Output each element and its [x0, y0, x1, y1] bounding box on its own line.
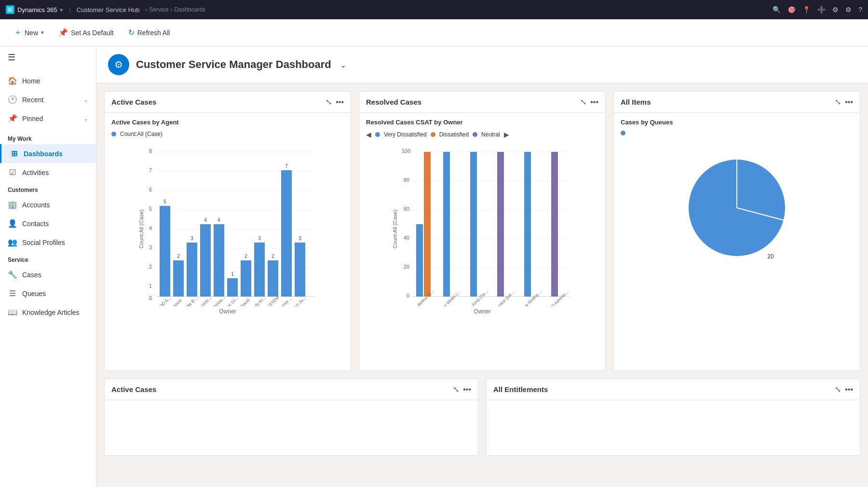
main-content: ⚙ Customer Service Manager Dashboard ⌄ A…	[96, 46, 868, 487]
sidebar-item-knowledge[interactable]: 📖 Knowledge Articles	[0, 303, 96, 322]
new-button[interactable]: ＋ New ▾	[8, 24, 50, 41]
svg-text:Jamie ...: Jamie ...	[278, 296, 293, 306]
svg-text:7: 7	[149, 167, 152, 173]
set-default-button[interactable]: 📌 Set As Default	[52, 25, 120, 41]
pin-nav-icon: 📌	[8, 114, 17, 123]
bottom-active-more-icon[interactable]: •••	[463, 385, 471, 394]
svg-text:100: 100	[402, 148, 410, 154]
resolved-cases-header: Resolved Cases ⤡ •••	[359, 92, 605, 113]
search-icon[interactable]: 🔍	[773, 6, 781, 14]
refresh-icon: ↻	[128, 28, 135, 37]
csat-bar-1-d	[424, 152, 431, 297]
active-cases-bar-chart: 8 7 6 5 4 3 2 1 0 Count:All (Case)	[111, 142, 344, 306]
csat-next-icon[interactable]: ▶	[504, 131, 509, 138]
very-dis-dot	[375, 132, 380, 137]
resolved-cases-expand-icon[interactable]: ⤡	[580, 97, 586, 107]
svg-text:6: 6	[149, 187, 152, 192]
svg-text:7: 7	[285, 163, 288, 169]
queues-label: Queues	[22, 290, 46, 298]
svg-text:20: 20	[767, 253, 774, 260]
svg-text:60: 60	[404, 206, 409, 212]
refresh-label: Refresh All	[137, 29, 170, 37]
bottom-active-cases-header: Active Cases ⤡ •••	[105, 379, 478, 400]
bullseye-icon[interactable]: 🎯	[787, 6, 796, 14]
active-cases-subtitle: Active Cases by Agent	[111, 119, 344, 126]
location-icon[interactable]: 📍	[802, 6, 811, 14]
new-chevron-icon: ▾	[41, 29, 44, 36]
social-icon: 👥	[8, 238, 17, 247]
charts-grid: Active Cases ⤡ ••• Active Cases by Agent…	[96, 83, 868, 379]
topbar: ⚙ Dynamics 365 ▾ | Customer Service Hub …	[0, 0, 868, 19]
all-items-subtitle: Cases by Queues	[621, 119, 853, 126]
resolved-cases-more-icon[interactable]: •••	[590, 98, 598, 107]
bar-anne	[173, 260, 184, 297]
sidebar-item-contacts[interactable]: 👤 Contacts	[0, 214, 96, 233]
svg-text:3: 3	[149, 244, 152, 250]
filter-icon[interactable]: ⚙	[832, 6, 839, 14]
bottom-active-expand-icon[interactable]: ⤡	[453, 385, 459, 394]
queues-icon: ☰	[8, 289, 17, 298]
accounts-label: Accounts	[22, 201, 50, 209]
sidebar-item-queues[interactable]: ☰ Queues	[0, 284, 96, 303]
add-icon[interactable]: ➕	[817, 6, 826, 14]
bottom-entitlements-expand-icon[interactable]: ⤡	[835, 385, 841, 394]
help-icon[interactable]: ?	[858, 6, 862, 14]
topbar-logo-chevron[interactable]: ▾	[60, 6, 63, 14]
csat-prev-icon[interactable]: ◀	[366, 131, 371, 138]
bottom-entitlements-title: All Entitlements	[493, 385, 548, 393]
bottom-active-cases-card: Active Cases ⤡ •••	[104, 379, 478, 456]
resolved-cases-x-label: Owner	[366, 308, 598, 315]
bar-kelly	[254, 243, 265, 297]
dashboards-icon: ⊞	[9, 149, 19, 158]
sidebar-item-recent[interactable]: 🕐 Recent ⌄	[0, 90, 96, 109]
resolved-cases-body: Resolved Cases CSAT by Owner ◀ Very Diss…	[359, 113, 605, 321]
all-items-more-icon[interactable]: •••	[845, 98, 853, 107]
active-cases-body: Active Cases by Agent Count:All (Case) 8…	[105, 113, 351, 321]
svg-text:Count:All (Case): Count:All (Case)	[138, 210, 144, 249]
sidebar-item-dashboards[interactable]: ⊞ Dashboards	[0, 144, 96, 163]
sidebar-item-pinned[interactable]: 📌 Pinned ⌄	[0, 109, 96, 128]
breadcrumb-dashboards: Dashboards	[175, 6, 206, 13]
resolved-cases-actions: ⤡ •••	[580, 97, 598, 107]
svg-text:0: 0	[407, 293, 409, 298]
home-label: Home	[22, 77, 40, 85]
hamburger-menu[interactable]: ☰	[0, 46, 96, 68]
active-cases-header: Active Cases ⤡ •••	[105, 92, 351, 113]
topbar-logo[interactable]: ⚙ Dynamics 365 ▾	[6, 5, 63, 14]
svg-text:Allie B...: Allie B...	[184, 296, 198, 306]
all-items-pie-container: 20	[621, 140, 853, 275]
sidebar-item-cases[interactable]: 🔧 Cases	[0, 265, 96, 284]
svg-text:0: 0	[149, 295, 152, 301]
sidebar-item-home[interactable]: 🏠 Home	[0, 71, 96, 90]
toolbar: ＋ New ▾ 📌 Set As Default ↻ Refresh All	[0, 19, 868, 46]
pie-chart-svg: 20	[679, 150, 795, 266]
active-cases-expand-icon[interactable]: ⤡	[326, 97, 332, 107]
csat-bar-2-vd	[443, 152, 450, 297]
sidebar-item-accounts[interactable]: 🏢 Accounts	[0, 195, 96, 214]
svg-text:8: 8	[149, 148, 152, 154]
svg-text:4: 4	[149, 225, 152, 231]
svg-text:4: 4	[217, 217, 220, 223]
sidebar-item-activities[interactable]: ☑ Activities	[0, 163, 96, 182]
all-items-legend	[621, 131, 853, 135]
csat-bar-6-n	[551, 152, 558, 297]
sidebar-item-social[interactable]: 👥 Social Profiles	[0, 233, 96, 252]
resolved-cases-card: Resolved Cases ⤡ ••• Resolved Cases CSAT…	[359, 91, 606, 371]
dashboard-dropdown-icon[interactable]: ⌄	[340, 60, 346, 69]
customers-group-label: Customers	[0, 182, 96, 195]
active-cases-legend-label: Count:All (Case)	[120, 131, 163, 137]
refresh-button[interactable]: ↻ Refresh All	[122, 25, 176, 41]
svg-text:Veronic...: Veronic...	[196, 295, 213, 306]
accounts-icon: 🏢	[8, 200, 17, 209]
dis-dot	[431, 132, 435, 137]
settings-icon[interactable]: ⚙	[845, 6, 852, 14]
bar-christa	[214, 224, 224, 297]
active-cases-more-icon[interactable]: •••	[336, 98, 344, 107]
bottom-entitlements-more-icon[interactable]: •••	[845, 385, 853, 394]
breadcrumb-sep1: ›	[146, 6, 148, 13]
bar-jamie	[281, 170, 292, 297]
bottom-entitlements-header: All Entitlements ⤡ •••	[487, 379, 860, 400]
all-items-expand-icon[interactable]: ⤡	[835, 97, 841, 107]
bottom-entitlements-card: All Entitlements ⤡ •••	[486, 379, 860, 456]
csat-bar-4-n	[497, 152, 504, 297]
